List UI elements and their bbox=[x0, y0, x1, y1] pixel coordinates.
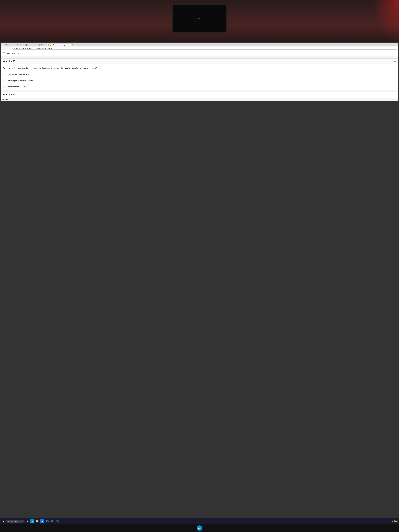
taskbar-left: ⊞ ○ e to search ⧉ e 📁 27 🌐 bbox=[1, 519, 60, 524]
question-18-number: Question 18 bbox=[3, 94, 15, 96]
task-view-icon: ⧉ bbox=[26, 520, 28, 522]
answer-somatic-label: Somatic motor neurons bbox=[7, 86, 26, 88]
new-tab-button[interactable]: + bbox=[71, 43, 74, 46]
edge-letter: e bbox=[32, 520, 33, 522]
edge-taskbar-button[interactable]: e bbox=[30, 519, 35, 524]
task-view-button[interactable]: ⧉ bbox=[25, 519, 30, 524]
question-17-card: Question 17 1 pt Which of the following … bbox=[0, 58, 399, 90]
tab-fearless-favicon: 🎵 bbox=[25, 44, 27, 46]
question-17-header: Question 17 1 pt bbox=[1, 59, 398, 64]
taskbar-right: ⏶ 📶 🔊 bbox=[392, 520, 398, 522]
download-bar: e....docx ^ bbox=[0, 98, 399, 101]
question-17-text-end: ? bbox=[96, 67, 97, 69]
start-button[interactable]: ⊞ bbox=[1, 519, 6, 524]
hp-area: hp bbox=[0, 524, 399, 532]
back-button[interactable]: ← bbox=[2, 47, 5, 50]
laptop-frame: 📄 pic: Discussion Forum Ch # 2 × 🎵 Fearl… bbox=[0, 42, 399, 518]
answer-somatic[interactable]: Somatic motor neurons bbox=[1, 84, 398, 90]
question-17-link1: facial and glossopharyngeal cranial nerv… bbox=[33, 67, 68, 69]
question-17-points: 1 pt bbox=[393, 60, 396, 62]
browser-content: Salivary glands Question 17 1 pt Which o… bbox=[0, 50, 399, 101]
lock-icon: 🔒 bbox=[14, 48, 15, 49]
camera-icon: 📷 bbox=[56, 520, 59, 523]
radio-sympathetic[interactable] bbox=[3, 74, 5, 76]
previous-answer-section: Salivary glands bbox=[0, 50, 399, 56]
download-chevron[interactable]: ^ bbox=[9, 98, 10, 100]
system-tray: ⏶ 📶 🔊 bbox=[392, 520, 398, 522]
tab-quiz-close[interactable]: × bbox=[69, 44, 69, 45]
reload-button[interactable]: ↻ bbox=[9, 47, 12, 50]
answer-sympathetic[interactable]: Sympathetic motor neurons bbox=[1, 72, 398, 78]
answer-parasympathetic-label: Parasympathetic motor neurons bbox=[7, 80, 33, 82]
browser-chrome: 📄 pic: Discussion Forum Ch # 2 × 🎵 Fearl… bbox=[0, 43, 399, 50]
taskbar-search-text: e to search bbox=[10, 520, 17, 522]
taskbar-search[interactable]: ○ e to search bbox=[6, 520, 25, 523]
salivary-glands-option[interactable]: Salivary glands bbox=[3, 52, 396, 54]
tab-fearless-close[interactable]: × bbox=[44, 44, 45, 45]
question-18-card: Question 18 bbox=[0, 92, 399, 98]
question-17-text: Which of the following pass through faci… bbox=[3, 67, 396, 70]
forward-button[interactable]: → bbox=[5, 47, 8, 50]
red-glow bbox=[373, 0, 399, 42]
question-17-link2: stimulate the secretion of saliva bbox=[70, 67, 96, 69]
question-17-number: Question 17 bbox=[3, 60, 15, 63]
hp-logo: hp bbox=[197, 526, 202, 531]
tab-discussion[interactable]: 📄 pic: Discussion Forum Ch # 2 × bbox=[0, 44, 24, 46]
answer-parasympathetic[interactable]: Parasympathetic motor neurons bbox=[1, 78, 398, 84]
tab-bar: 📄 pic: Discussion Forum Ch # 2 × 🎵 Fearl… bbox=[0, 43, 399, 46]
tab-quiz-favicon bbox=[48, 44, 49, 46]
radio-parasympathetic[interactable] bbox=[3, 80, 5, 82]
tab-quiz[interactable]: Quiz: Class Exam 1 - Digestive × bbox=[47, 44, 71, 46]
calendar-icon: 27 bbox=[40, 519, 44, 523]
taskbar: ⊞ ○ e to search ⧉ e 📁 27 🌐 bbox=[0, 518, 399, 524]
address-text: skagit.instructure.com/courses/19347/qui… bbox=[16, 48, 53, 49]
word-button[interactable]: 📘 bbox=[50, 519, 55, 524]
search-circle-icon: ○ bbox=[8, 520, 9, 522]
tab-discussion-label: pic: Discussion Forum Ch # 2 bbox=[4, 44, 21, 46]
question-17-text-part2: to bbox=[68, 67, 70, 69]
chrome-button[interactable]: 🌐 bbox=[45, 519, 50, 524]
calendar-date: 27 bbox=[41, 520, 43, 522]
salivary-glands-checkbox[interactable] bbox=[3, 52, 5, 54]
edge-icon: e bbox=[30, 519, 34, 523]
physical-environment: SAMSUNG bbox=[0, 0, 399, 42]
windows-icon: ⊞ bbox=[3, 520, 4, 522]
camera-button[interactable]: 📷 bbox=[55, 519, 60, 524]
file-explorer-button[interactable]: 📁 bbox=[35, 519, 40, 524]
file-explorer-icon: 📁 bbox=[36, 520, 39, 523]
salivary-glands-label: Salivary glands bbox=[6, 52, 19, 54]
tv-screen: SAMSUNG bbox=[172, 4, 227, 33]
quiz-container: Salivary glands Question 17 1 pt Which o… bbox=[0, 50, 399, 98]
tab-quiz-label: Quiz: Class Exam 1 - Digestive bbox=[50, 44, 68, 46]
tv-brand: SAMSUNG bbox=[195, 18, 204, 19]
tab-fearless-label: Fearless | Invisibilia | WNYC bbox=[27, 44, 44, 46]
question-17-body: Which of the following pass through faci… bbox=[1, 64, 398, 72]
question-17-text-part1: Which of the following pass through bbox=[3, 67, 33, 69]
word-icon: 📘 bbox=[51, 520, 54, 523]
download-filename: e....docx bbox=[2, 98, 8, 100]
address-bar-row: ← → ↻ 🔒 skagit.instructure.com/courses/1… bbox=[0, 46, 399, 50]
chrome-icon: 🌐 bbox=[46, 520, 49, 523]
calendar-button[interactable]: 27 bbox=[40, 519, 44, 524]
answer-sympathetic-label: Sympathetic motor neurons bbox=[7, 74, 30, 76]
address-bar[interactable]: 🔒 skagit.instructure.com/courses/19347/q… bbox=[13, 47, 397, 50]
tab-discussion-favicon: 📄 bbox=[2, 44, 3, 46]
tab-discussion-close[interactable]: × bbox=[22, 44, 22, 45]
tab-fearless[interactable]: 🎵 Fearless | Invisibilia | WNYC × bbox=[24, 44, 47, 46]
hp-text: hp bbox=[198, 527, 201, 529]
radio-somatic[interactable] bbox=[3, 86, 5, 88]
